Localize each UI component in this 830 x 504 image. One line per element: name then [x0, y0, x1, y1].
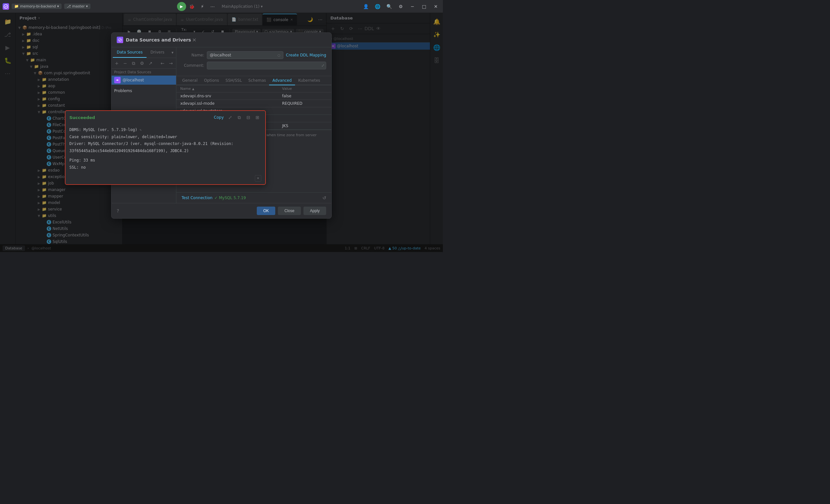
- popup-split-btn[interactable]: ⊟: [245, 114, 252, 121]
- ds-toolbar: + − ⧉ ⚙ ↗ ← →: [111, 58, 176, 69]
- comment-row: Comment: ⤢: [182, 62, 326, 69]
- popup-copy2-btn[interactable]: ⧉: [235, 114, 243, 121]
- ds-item-localhost[interactable]: @localhost: [111, 75, 176, 85]
- tab-general[interactable]: General: [179, 76, 201, 85]
- project-chevron: ▾: [57, 4, 59, 8]
- test-connection-link[interactable]: Test Connection ✓ MySQL 5.7.19: [182, 195, 246, 200]
- success-body: DBMS: MySQL (ver. 5.7.19-log) ✎ Case sen…: [65, 124, 265, 174]
- ds-prev-btn[interactable]: ←: [159, 59, 166, 67]
- create-ddl-link[interactable]: Create DDL Mapping: [286, 53, 326, 57]
- profile-button[interactable]: ⚡: [198, 2, 207, 11]
- ds-remove-btn[interactable]: −: [121, 59, 129, 67]
- search-icon-title[interactable]: 🔍: [385, 2, 393, 11]
- main-app-label[interactable]: MainApplication (1) ▾: [219, 4, 266, 9]
- tab-schemas[interactable]: Schemas: [245, 76, 269, 85]
- minimize-button[interactable]: ─: [408, 2, 417, 11]
- modal-header: Data Sources and Drivers ✕: [111, 33, 331, 48]
- test-connection-area: Test Connection ✓ MySQL 5.7.19 ↺: [177, 192, 331, 203]
- tab-kubernetes[interactable]: Kubernetes: [295, 76, 324, 85]
- popup-expand-btn[interactable]: ⤢: [226, 114, 234, 121]
- restore-button[interactable]: □: [419, 2, 428, 11]
- ds-copy-btn[interactable]: ⧉: [130, 59, 137, 67]
- ds-open-btn[interactable]: ↗: [147, 59, 154, 67]
- project-data-sources-label: Project Data Sources: [111, 69, 176, 75]
- project-icon: 📁: [14, 4, 19, 8]
- ds-localhost-icon: [114, 77, 121, 83]
- run-button[interactable]: ▶: [177, 2, 186, 11]
- translate-icon[interactable]: 🌐: [373, 2, 382, 11]
- tab-advanced[interactable]: Advanced: [269, 76, 295, 85]
- settings-form: Name: @localhost ○ Create DDL Mapping Co…: [177, 48, 331, 76]
- popup-close-x[interactable]: ✕: [255, 175, 261, 182]
- succeeded-label: Succeeded: [69, 115, 95, 120]
- debug-button[interactable]: 🐞: [187, 2, 196, 11]
- modal-overlay[interactable]: Data Sources and Drivers ✕ Data Sources …: [0, 13, 443, 252]
- tab-data-sources[interactable]: Data Sources: [113, 48, 147, 58]
- modal-close-button[interactable]: ✕: [191, 37, 197, 43]
- ds-add-btn[interactable]: +: [113, 59, 121, 67]
- success-popup-footer: ✕: [65, 174, 265, 184]
- branch-icon: ⎇: [67, 4, 71, 8]
- ds-item-problems[interactable]: Problems: [111, 87, 176, 94]
- tab-drivers[interactable]: Drivers: [147, 48, 168, 58]
- tab-sshssl[interactable]: SSH/SSL: [222, 76, 245, 85]
- help-button[interactable]: ?: [117, 208, 119, 213]
- copy-button[interactable]: Copy: [214, 115, 224, 120]
- more-button[interactable]: ⋯: [208, 2, 217, 11]
- success-popup-header: Succeeded Copy ⤢ ⧉ ⊟ ⊞: [65, 111, 265, 124]
- table-row[interactable]: xdevapi.dns-srv false: [177, 92, 331, 100]
- app-logo: [3, 3, 9, 10]
- success-popup: Succeeded Copy ⤢ ⧉ ⊟ ⊞ DBMS: MySQL (ver.…: [65, 110, 266, 185]
- apply-button[interactable]: Apply: [304, 207, 326, 215]
- branch-badge[interactable]: ⎇ master ▾: [64, 4, 91, 9]
- name-input[interactable]: @localhost ○: [207, 51, 283, 59]
- modal-logo: [117, 37, 123, 43]
- ds-next-btn[interactable]: →: [167, 59, 175, 67]
- project-badge[interactable]: 📁 memory-bi-backend ▾: [12, 4, 62, 9]
- ds-expand-icon[interactable]: ▾: [171, 50, 173, 55]
- tab-options[interactable]: Options: [201, 76, 222, 85]
- modal-footer: ? OK Close Apply: [111, 203, 331, 218]
- comment-input[interactable]: ⤢: [207, 62, 326, 69]
- ok-button[interactable]: OK: [257, 207, 275, 215]
- svg-point-1: [118, 38, 122, 41]
- footer-buttons: OK Close Apply: [257, 207, 326, 215]
- refresh-connection-btn[interactable]: ↺: [322, 195, 326, 200]
- ds-tab-bar: Data Sources Drivers ▾: [111, 48, 176, 58]
- table-row[interactable]: xdevapi.ssl-mode REQUIRED: [177, 100, 331, 107]
- close-button[interactable]: ✕: [431, 2, 440, 11]
- settings-icon[interactable]: ⚙: [396, 2, 405, 11]
- close-modal-button[interactable]: Close: [278, 207, 301, 215]
- users-icon[interactable]: 👤: [361, 2, 370, 11]
- title-bar: 📁 memory-bi-backend ▾ ⎇ master ▾ ▶ 🐞 ⚡ ⋯…: [0, 0, 443, 13]
- table-header: Name ▲ Value: [177, 85, 331, 92]
- settings-tabs: General Options SSH/SSL Schemas Advanced…: [177, 76, 331, 85]
- ds-settings-btn[interactable]: ⚙: [138, 59, 146, 67]
- branch-chevron: ▾: [86, 4, 88, 8]
- name-row: Name: @localhost ○ Create DDL Mapping: [182, 51, 326, 59]
- popup-split2-btn[interactable]: ⊞: [254, 114, 261, 121]
